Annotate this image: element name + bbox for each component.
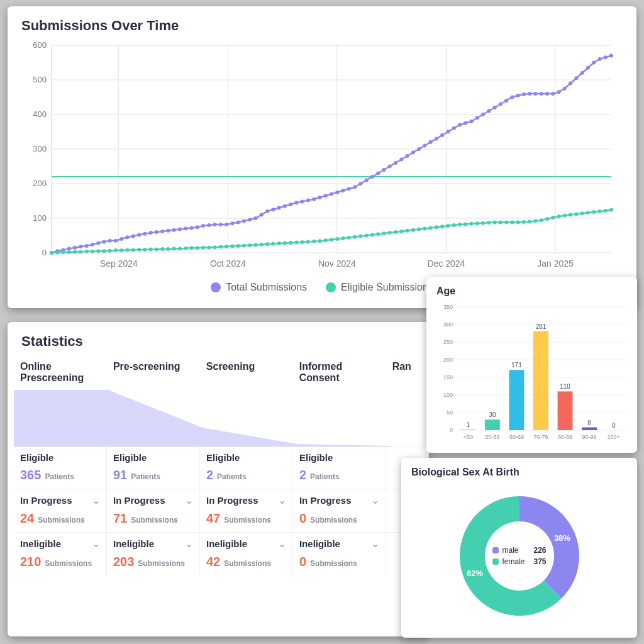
statistics-title: Statistics [8,322,429,355]
stat-cell: Eligible2Patients [292,447,386,489]
svg-point-188 [429,226,433,230]
svg-point-49 [184,227,187,231]
svg-point-190 [440,225,444,228]
svg-point-88 [411,151,415,155]
svg-point-40 [131,235,135,238]
svg-point-183 [399,230,403,233]
svg-point-134 [114,248,118,252]
stat-cell[interactable]: In Progress⌄47Submissions [199,489,292,532]
svg-point-74 [330,192,333,196]
svg-point-72 [318,196,322,199]
svg-point-153 [225,245,228,248]
legend-total[interactable]: Total Submissions [211,282,307,293]
svg-point-80 [365,179,369,182]
svg-point-140 [149,248,153,252]
svg-point-71 [312,197,316,201]
stat-cell[interactable]: Ineligible⌄203Submissions [106,532,199,575]
legend-eligible[interactable]: Eligible Submissions [326,282,433,293]
svg-point-119 [592,61,596,65]
svg-point-121 [604,55,608,59]
chevron-down-icon[interactable]: ⌄ [92,494,100,506]
svg-point-30 [73,246,77,250]
svg-point-202 [510,221,514,225]
svg-point-37 [114,239,118,243]
statistics-card: Statistics Online Prescreening Pre-scree… [8,322,429,636]
stat-label: In Progress [299,495,352,506]
stat-cell[interactable]: Ineligible⌄0Submissions [292,532,386,575]
chevron-down-icon[interactable]: ⌄ [278,538,286,550]
svg-point-92 [435,137,438,141]
svg-point-130 [91,250,94,253]
svg-point-73 [324,194,328,197]
svg-marker-220 [14,390,108,447]
stats-row: Eligible365PatientsEligible91PatientsEli… [8,447,429,489]
chevron-down-icon[interactable]: ⌄ [185,538,193,550]
svg-text:0: 0 [611,422,615,429]
svg-point-131 [96,249,100,253]
svg-point-63 [265,209,269,213]
svg-point-36 [108,239,112,243]
svg-point-195 [470,222,474,226]
svg-text:300: 300 [443,321,452,328]
stat-cell[interactable]: In Progress⌄71Submissions [106,489,199,532]
svg-point-77 [347,187,351,191]
svg-text:Jan 2025: Jan 2025 [537,258,574,269]
svg-text:0: 0 [449,427,452,433]
stat-label: In Progress [206,495,258,506]
age-bar-chart[interactable]: 0501001502002503003501<503050-5917160-69… [435,299,630,444]
stat-label: Ineligible [113,538,154,549]
stat-cell[interactable]: In Progress⌄24Submissions [14,489,106,532]
svg-point-175 [353,235,357,239]
svg-point-148 [196,246,199,250]
svg-text:60-69: 60-69 [509,434,523,440]
svg-point-171 [330,238,333,242]
svg-point-170 [324,238,328,242]
svg-point-152 [219,245,223,249]
stat-unit: Submissions [131,516,178,525]
svg-point-186 [417,228,421,231]
stage-header: Online Prescreening [14,355,107,390]
svg-point-143 [166,247,170,251]
svg-point-216 [592,210,596,214]
stat-unit: Submissions [310,516,357,525]
chevron-down-icon[interactable]: ⌄ [92,538,100,550]
svg-point-48 [178,228,182,231]
chevron-down-icon[interactable]: ⌄ [185,494,193,506]
svg-point-149 [201,246,205,250]
stat-cell[interactable]: Ineligible⌄210Submissions [14,532,106,575]
svg-point-51 [196,225,199,229]
svg-text:250: 250 [443,339,452,345]
svg-text:80-89: 80-89 [558,434,572,440]
chevron-down-icon[interactable]: ⌄ [371,538,379,550]
svg-text:1: 1 [466,421,470,428]
svg-point-124 [55,250,59,254]
chevron-down-icon[interactable]: ⌄ [278,494,286,506]
svg-point-136 [126,248,130,252]
sex-donut-chart[interactable]: male 226 female 375 38% 62% [401,480,637,631]
chevron-down-icon[interactable]: ⌄ [371,494,379,506]
legend-total-label: Total Submissions [226,282,307,293]
sex-male-count: 226 [533,546,546,555]
sex-legend-male[interactable]: male 226 [492,545,546,556]
svg-text:Dec 2024: Dec 2024 [427,258,465,269]
submissions-line-chart[interactable]: 0100200300400500600Sep 2024Oct 2024Nov 2… [20,39,624,278]
stat-cell[interactable]: In Progress⌄0Submissions [292,489,386,532]
svg-point-179 [376,232,380,236]
svg-text:Oct 2024: Oct 2024 [210,258,246,269]
svg-point-47 [172,228,176,232]
svg-point-68 [294,201,298,204]
svg-point-38 [119,237,123,241]
svg-point-89 [417,147,421,151]
svg-point-192 [452,223,456,227]
stat-unit: Patients [310,472,340,481]
submissions-chart-title: Submissions Over Time [8,6,636,39]
stat-number: 91 [113,468,127,482]
sex-legend-female[interactable]: female 375 [492,556,546,567]
svg-point-98 [470,119,474,123]
svg-text:50-59: 50-59 [485,434,499,440]
svg-point-185 [411,228,415,232]
stat-label: Ineligible [206,538,247,549]
svg-point-156 [242,243,246,247]
svg-point-97 [464,121,467,125]
stat-cell[interactable]: Ineligible⌄42Submissions [199,532,292,575]
